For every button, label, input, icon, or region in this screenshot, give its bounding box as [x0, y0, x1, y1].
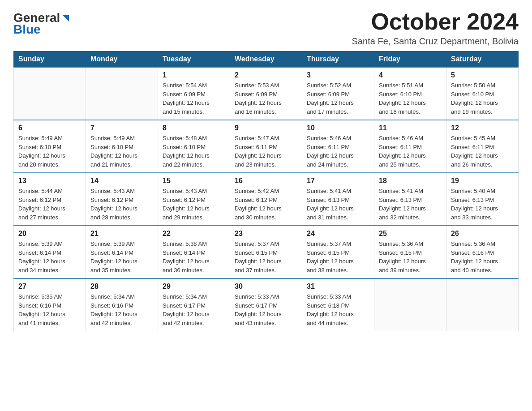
calendar-cell — [374, 278, 446, 331]
weekday-header-monday: Monday — [86, 51, 158, 68]
calendar-cell: 31Sunrise: 5:33 AMSunset: 6:18 PMDayligh… — [302, 278, 374, 331]
calendar-cell: 16Sunrise: 5:42 AMSunset: 6:12 PMDayligh… — [230, 173, 302, 226]
day-number: 21 — [90, 230, 153, 238]
calendar-cell: 4Sunrise: 5:51 AMSunset: 6:10 PMDaylight… — [374, 67, 446, 120]
day-info: Sunrise: 5:34 AMSunset: 6:17 PMDaylight:… — [163, 292, 225, 327]
calendar-week-row: 13Sunrise: 5:44 AMSunset: 6:12 PMDayligh… — [14, 173, 519, 226]
day-info: Sunrise: 5:48 AMSunset: 6:10 PMDaylight:… — [163, 134, 225, 169]
calendar-cell — [14, 67, 86, 120]
logo: General Blue — [13, 9, 71, 37]
day-number: 22 — [163, 230, 225, 238]
day-info: Sunrise: 5:38 AMSunset: 6:14 PMDaylight:… — [163, 240, 225, 274]
page-header: General Blue October 2024 Santa Fe, Sant… — [13, 9, 519, 47]
day-number: 28 — [90, 283, 153, 291]
day-info: Sunrise: 5:49 AMSunset: 6:10 PMDaylight:… — [18, 134, 81, 169]
calendar-cell: 10Sunrise: 5:46 AMSunset: 6:11 PMDayligh… — [302, 120, 374, 173]
day-number: 19 — [451, 177, 514, 185]
day-number: 11 — [379, 124, 442, 132]
calendar-cell: 27Sunrise: 5:35 AMSunset: 6:16 PMDayligh… — [14, 278, 86, 331]
day-number: 27 — [18, 283, 81, 291]
day-number: 7 — [90, 124, 153, 132]
day-info: Sunrise: 5:39 AMSunset: 6:14 PMDaylight:… — [90, 240, 153, 274]
day-number: 31 — [307, 283, 369, 291]
day-info: Sunrise: 5:41 AMSunset: 6:13 PMDaylight:… — [307, 187, 369, 222]
day-info: Sunrise: 5:46 AMSunset: 6:11 PMDaylight:… — [379, 134, 442, 169]
day-number: 24 — [307, 230, 369, 238]
day-number: 17 — [307, 177, 369, 185]
calendar-cell: 11Sunrise: 5:46 AMSunset: 6:11 PMDayligh… — [374, 120, 446, 173]
location-subtitle: Santa Fe, Santa Cruz Department, Bolivia — [352, 36, 519, 47]
calendar-cell: 28Sunrise: 5:34 AMSunset: 6:16 PMDayligh… — [86, 278, 158, 331]
calendar-cell: 23Sunrise: 5:37 AMSunset: 6:15 PMDayligh… — [230, 226, 302, 278]
day-info: Sunrise: 5:45 AMSunset: 6:11 PMDaylight:… — [451, 134, 514, 169]
day-info: Sunrise: 5:44 AMSunset: 6:12 PMDaylight:… — [18, 187, 81, 222]
day-info: Sunrise: 5:43 AMSunset: 6:12 PMDaylight:… — [163, 187, 225, 222]
day-info: Sunrise: 5:54 AMSunset: 6:09 PMDaylight:… — [163, 81, 225, 116]
day-info: Sunrise: 5:41 AMSunset: 6:13 PMDaylight:… — [379, 187, 442, 222]
day-number: 20 — [18, 230, 81, 238]
weekday-header-thursday: Thursday — [302, 51, 374, 68]
day-number: 6 — [18, 124, 81, 132]
day-info: Sunrise: 5:53 AMSunset: 6:09 PMDaylight:… — [235, 81, 297, 116]
title-area: October 2024 Santa Fe, Santa Cruz Depart… — [352, 9, 519, 47]
day-number: 30 — [235, 283, 297, 291]
calendar-week-row: 1Sunrise: 5:54 AMSunset: 6:09 PMDaylight… — [14, 67, 519, 120]
weekday-header-tuesday: Tuesday — [158, 51, 230, 68]
calendar-cell: 21Sunrise: 5:39 AMSunset: 6:14 PMDayligh… — [86, 226, 158, 278]
day-number: 16 — [235, 177, 297, 185]
day-info: Sunrise: 5:47 AMSunset: 6:11 PMDaylight:… — [235, 134, 297, 169]
logo-triangle-icon — [61, 13, 71, 23]
calendar-cell: 1Sunrise: 5:54 AMSunset: 6:09 PMDaylight… — [158, 67, 230, 120]
day-info: Sunrise: 5:46 AMSunset: 6:11 PMDaylight:… — [307, 134, 369, 169]
day-number: 10 — [307, 124, 369, 132]
day-number: 15 — [163, 177, 225, 185]
day-info: Sunrise: 5:34 AMSunset: 6:16 PMDaylight:… — [90, 292, 153, 327]
calendar-cell: 7Sunrise: 5:49 AMSunset: 6:10 PMDaylight… — [86, 120, 158, 173]
calendar-cell: 6Sunrise: 5:49 AMSunset: 6:10 PMDaylight… — [14, 120, 86, 173]
day-number: 9 — [235, 124, 297, 132]
calendar-cell: 29Sunrise: 5:34 AMSunset: 6:17 PMDayligh… — [158, 278, 230, 331]
calendar-cell — [446, 278, 519, 331]
day-info: Sunrise: 5:43 AMSunset: 6:12 PMDaylight:… — [90, 187, 153, 222]
day-info: Sunrise: 5:35 AMSunset: 6:16 PMDaylight:… — [18, 292, 81, 327]
calendar-cell: 20Sunrise: 5:39 AMSunset: 6:14 PMDayligh… — [14, 226, 86, 278]
svg-marker-0 — [63, 15, 69, 21]
day-number: 5 — [451, 71, 514, 79]
calendar-cell: 18Sunrise: 5:41 AMSunset: 6:13 PMDayligh… — [374, 173, 446, 226]
day-number: 14 — [90, 177, 153, 185]
day-info: Sunrise: 5:40 AMSunset: 6:13 PMDaylight:… — [451, 187, 514, 222]
day-info: Sunrise: 5:42 AMSunset: 6:12 PMDaylight:… — [235, 187, 297, 222]
day-number: 12 — [451, 124, 514, 132]
day-info: Sunrise: 5:52 AMSunset: 6:09 PMDaylight:… — [307, 81, 369, 116]
calendar-week-row: 6Sunrise: 5:49 AMSunset: 6:10 PMDaylight… — [14, 120, 519, 173]
calendar-cell: 5Sunrise: 5:50 AMSunset: 6:10 PMDaylight… — [446, 67, 519, 120]
day-number: 26 — [451, 230, 514, 238]
day-info: Sunrise: 5:37 AMSunset: 6:15 PMDaylight:… — [307, 240, 369, 274]
calendar-cell — [86, 67, 158, 120]
calendar-cell: 3Sunrise: 5:52 AMSunset: 6:09 PMDaylight… — [302, 67, 374, 120]
calendar-cell: 22Sunrise: 5:38 AMSunset: 6:14 PMDayligh… — [158, 226, 230, 278]
calendar-cell: 26Sunrise: 5:36 AMSunset: 6:16 PMDayligh… — [446, 226, 519, 278]
weekday-header-saturday: Saturday — [446, 51, 519, 68]
calendar-cell: 17Sunrise: 5:41 AMSunset: 6:13 PMDayligh… — [302, 173, 374, 226]
calendar-cell: 2Sunrise: 5:53 AMSunset: 6:09 PMDaylight… — [230, 67, 302, 120]
day-info: Sunrise: 5:36 AMSunset: 6:15 PMDaylight:… — [379, 240, 442, 274]
calendar-cell: 15Sunrise: 5:43 AMSunset: 6:12 PMDayligh… — [158, 173, 230, 226]
day-number: 25 — [379, 230, 442, 238]
calendar-week-row: 27Sunrise: 5:35 AMSunset: 6:16 PMDayligh… — [14, 278, 519, 331]
day-info: Sunrise: 5:50 AMSunset: 6:10 PMDaylight:… — [451, 81, 514, 116]
calendar-cell: 12Sunrise: 5:45 AMSunset: 6:11 PMDayligh… — [446, 120, 519, 173]
weekday-header-sunday: Sunday — [14, 51, 86, 68]
calendar-cell: 19Sunrise: 5:40 AMSunset: 6:13 PMDayligh… — [446, 173, 519, 226]
day-info: Sunrise: 5:33 AMSunset: 6:17 PMDaylight:… — [235, 292, 297, 327]
day-number: 13 — [18, 177, 81, 185]
weekday-header-wednesday: Wednesday — [230, 51, 302, 68]
calendar-table: SundayMondayTuesdayWednesdayThursdayFrid… — [13, 51, 519, 331]
calendar-cell: 24Sunrise: 5:37 AMSunset: 6:15 PMDayligh… — [302, 226, 374, 278]
calendar-cell: 30Sunrise: 5:33 AMSunset: 6:17 PMDayligh… — [230, 278, 302, 331]
day-info: Sunrise: 5:37 AMSunset: 6:15 PMDaylight:… — [235, 240, 297, 274]
weekday-header-friday: Friday — [374, 51, 446, 68]
calendar-cell: 9Sunrise: 5:47 AMSunset: 6:11 PMDaylight… — [230, 120, 302, 173]
day-info: Sunrise: 5:39 AMSunset: 6:14 PMDaylight:… — [18, 240, 81, 274]
calendar-cell: 14Sunrise: 5:43 AMSunset: 6:12 PMDayligh… — [86, 173, 158, 226]
